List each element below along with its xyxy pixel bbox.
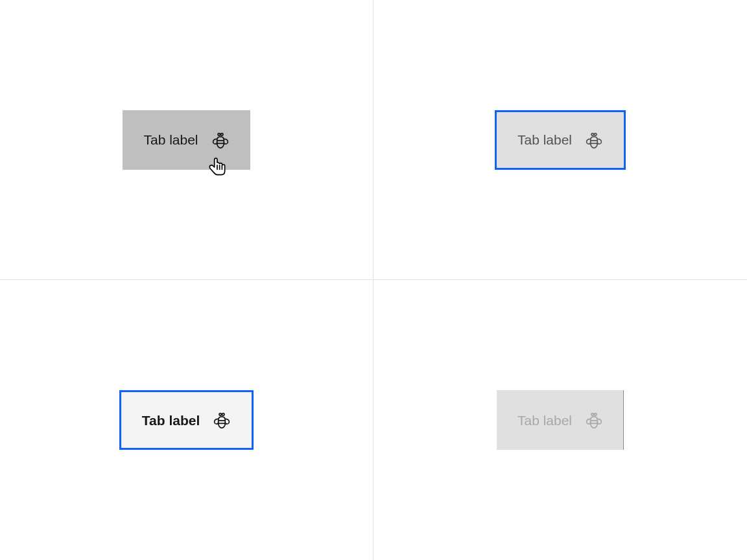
- tab-label: Tab label: [143, 133, 198, 146]
- cell-selected-focus: Tab label: [0, 280, 374, 560]
- tab-label: Tab label: [142, 414, 200, 427]
- bee-icon: [213, 411, 231, 429]
- tab-focus-state[interactable]: Tab label: [495, 110, 626, 170]
- cell-disabled: Tab label: [374, 280, 747, 560]
- tab-disabled-state: Tab label: [497, 390, 624, 450]
- bee-icon: [211, 131, 230, 149]
- bee-icon: [585, 411, 603, 429]
- cell-focus: Tab label: [374, 0, 747, 280]
- tab-selected-focus-state[interactable]: Tab label: [119, 390, 254, 450]
- tab-label: Tab label: [517, 133, 572, 146]
- tab-hover-state[interactable]: Tab label: [123, 110, 250, 170]
- cell-hover: Tab label: [0, 0, 374, 280]
- tab-states-grid: Tab label Tab label Tab label: [0, 0, 747, 560]
- tab-label: Tab label: [517, 414, 572, 427]
- bee-icon: [585, 131, 603, 149]
